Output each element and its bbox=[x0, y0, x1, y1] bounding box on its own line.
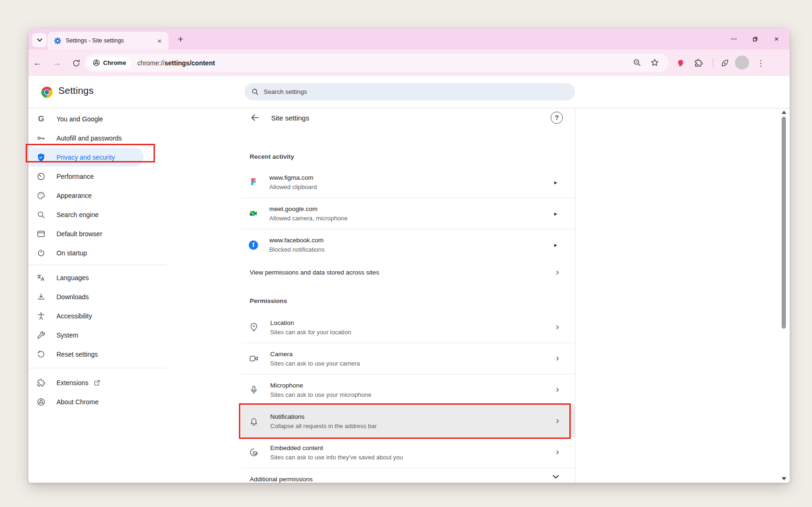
embedded-content-icon bbox=[249, 447, 259, 458]
google-meet-icon bbox=[249, 209, 258, 218]
reload-button[interactable] bbox=[69, 56, 83, 70]
page-title: Settings bbox=[58, 85, 94, 96]
site-row-figma[interactable]: www.figma.com Allowed clipboard ▸ bbox=[241, 167, 575, 198]
translate-icon bbox=[36, 273, 46, 282]
restore-icon bbox=[752, 36, 758, 42]
search-icon bbox=[251, 88, 259, 96]
sidebar-item-you-and-google[interactable]: G You and Google bbox=[28, 109, 162, 128]
scroll-up-arrow[interactable] bbox=[782, 111, 786, 114]
key-icon bbox=[36, 134, 46, 143]
chrome-site-chip[interactable]: Chrome bbox=[87, 56, 131, 70]
sidebar-item-accessibility[interactable]: Accessibility bbox=[28, 306, 162, 325]
sidebar-item-search-engine[interactable]: Search engine bbox=[28, 205, 162, 224]
tab-search-button[interactable] bbox=[32, 33, 47, 47]
chevron-right-icon: › bbox=[556, 352, 559, 363]
subpage-arrow-icon: ▸ bbox=[554, 241, 557, 248]
sidebar-item-about-chrome[interactable]: About Chrome bbox=[28, 392, 162, 411]
additional-permissions-row[interactable]: Additional permissions bbox=[241, 468, 575, 483]
sidebar-item-languages[interactable]: Languages bbox=[28, 268, 162, 287]
minimize-button[interactable] bbox=[723, 28, 744, 49]
accessibility-person-icon bbox=[36, 311, 46, 321]
settings-search[interactable] bbox=[245, 83, 575, 100]
restore-button[interactable] bbox=[744, 28, 766, 49]
site-row-facebook[interactable]: f www.facebook.com Blocked notifications… bbox=[241, 229, 575, 261]
permission-title: Camera bbox=[270, 351, 360, 358]
chevron-right-icon: › bbox=[556, 446, 559, 457]
site-status: Blocked notifications bbox=[269, 246, 325, 253]
shield-icon bbox=[36, 153, 46, 162]
chevron-right-icon: › bbox=[556, 266, 559, 277]
palette-icon bbox=[36, 191, 46, 200]
subpage-arrow-icon: ▸ bbox=[554, 179, 557, 186]
chip-label: Chrome bbox=[103, 59, 126, 66]
sidebar-item-privacy-security[interactable]: Privacy and security bbox=[28, 148, 144, 167]
tab-settings[interactable]: Settings - Site settings × bbox=[48, 32, 168, 49]
chrome-outline-icon bbox=[36, 397, 46, 407]
permission-subtitle: Sites can ask for your location bbox=[270, 329, 351, 336]
permission-subtitle: Sites can ask to use info they've saved … bbox=[270, 454, 403, 461]
tab-title: Settings - Site settings bbox=[66, 37, 155, 44]
sidebar-item-autofill[interactable]: Autofill and passwords bbox=[28, 128, 162, 148]
permission-row-camera[interactable]: Camera Sites can ask to use your camera … bbox=[241, 343, 575, 374]
sidebar-item-extensions[interactable]: Extensions bbox=[28, 373, 162, 392]
recent-activity-list: www.figma.com Allowed clipboard ▸ meet.g… bbox=[241, 167, 575, 261]
chrome-logo bbox=[40, 85, 54, 99]
url-text[interactable]: chrome://settings/content bbox=[137, 59, 215, 67]
view-permissions-row[interactable]: View permissions and data stored across … bbox=[241, 261, 575, 284]
browser-window-icon bbox=[36, 229, 46, 239]
browser-window: Settings - Site settings × + × ← → bbox=[28, 28, 790, 483]
window-controls: × bbox=[723, 28, 790, 49]
permission-row-microphone[interactable]: Microphone Sites can ask to use your mic… bbox=[241, 374, 575, 406]
zoom-icon[interactable] bbox=[632, 58, 643, 68]
bookmark-star-icon[interactable] bbox=[650, 58, 660, 68]
page-scrollbar[interactable] bbox=[781, 108, 787, 483]
profile-avatar[interactable] bbox=[735, 56, 749, 70]
sidebar-item-reset-settings[interactable]: Reset settings bbox=[28, 345, 162, 364]
sidebar-item-on-startup[interactable]: On startup bbox=[28, 243, 162, 262]
speedometer-icon bbox=[36, 172, 46, 181]
permission-title: Notifications bbox=[270, 413, 377, 420]
chevron-down-icon bbox=[553, 475, 559, 479]
sidebar-item-appearance[interactable]: Appearance bbox=[28, 186, 162, 205]
new-tab-button[interactable]: + bbox=[174, 33, 187, 46]
help-icon[interactable]: ? bbox=[551, 112, 563, 124]
permission-title: Microphone bbox=[270, 382, 371, 389]
energy-saver-leaf-icon[interactable] bbox=[719, 57, 730, 69]
back-arrow-icon[interactable] bbox=[250, 113, 260, 123]
sidebar-item-system[interactable]: System bbox=[28, 325, 162, 345]
forward-button[interactable]: → bbox=[50, 56, 64, 70]
close-button[interactable]: × bbox=[766, 28, 787, 49]
permission-subtitle: Sites can ask to use your camera bbox=[270, 360, 360, 367]
permission-row-notifications[interactable]: Notifications Collapse all requests in t… bbox=[241, 406, 575, 437]
sidebar-item-default-browser[interactable]: Default browser bbox=[28, 224, 162, 243]
figma-icon bbox=[249, 177, 258, 187]
reload-icon bbox=[72, 59, 81, 68]
browser-menu-button[interactable]: ⋮ bbox=[755, 57, 766, 69]
recent-activity-heading: Recent activity bbox=[241, 153, 575, 160]
address-bar[interactable]: Chrome chrome://settings/content bbox=[84, 54, 669, 72]
permission-row-embedded-content[interactable]: Embedded content Sites can ask to use in… bbox=[241, 437, 575, 468]
site-name: meet.google.com bbox=[269, 205, 348, 212]
browser-toolbar: ← → Chrome chrome://settings/content bbox=[28, 49, 790, 76]
scroll-down-arrow[interactable] bbox=[782, 477, 786, 480]
settings-gear-favicon bbox=[54, 37, 62, 45]
sidebar-item-performance[interactable]: Performance bbox=[28, 167, 162, 186]
permission-row-location[interactable]: Location Sites can ask for your location… bbox=[241, 312, 575, 343]
settings-header: Settings bbox=[28, 76, 790, 108]
site-settings-header: Site settings ? bbox=[241, 108, 575, 127]
extensions-puzzle-icon[interactable] bbox=[693, 57, 704, 69]
scrollbar-thumb[interactable] bbox=[782, 117, 786, 329]
site-row-meet[interactable]: meet.google.com Allowed camera, micropho… bbox=[241, 198, 575, 229]
sidebar-divider bbox=[28, 265, 167, 265]
permission-subtitle: Sites can ask to use your microphone bbox=[270, 391, 371, 398]
permissions-heading: Permissions bbox=[241, 297, 575, 304]
sidebar-item-downloads[interactable]: Downloads bbox=[28, 287, 162, 306]
back-button[interactable]: ← bbox=[30, 56, 44, 70]
card-title: Site settings bbox=[271, 114, 309, 122]
strawberry-extension-icon[interactable] bbox=[675, 57, 686, 69]
tab-close-icon[interactable]: × bbox=[155, 36, 164, 45]
google-g-icon: G bbox=[36, 114, 46, 124]
site-status: Allowed clipboard bbox=[269, 183, 317, 190]
settings-content: G You and Google Autofill and passwords … bbox=[28, 108, 790, 483]
search-settings-input[interactable] bbox=[264, 88, 544, 95]
